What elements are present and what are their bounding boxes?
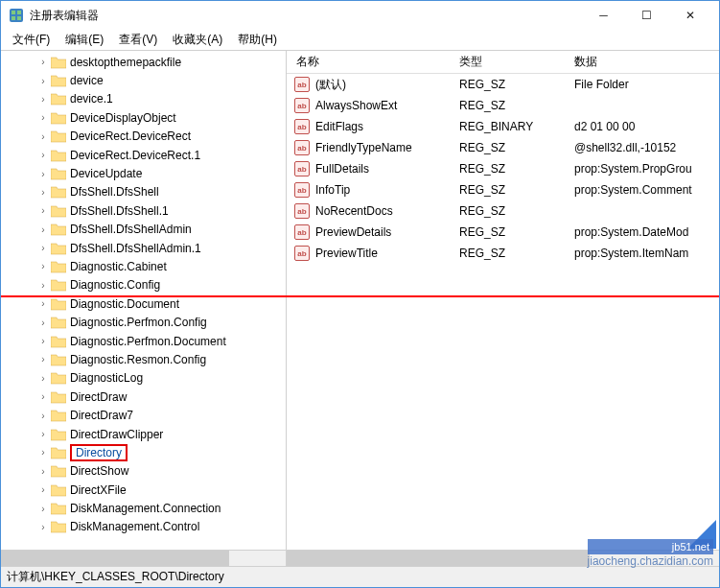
tree-item[interactable]: ›Diagnostic.Resmon.Config — [1, 350, 286, 368]
list-item[interactable]: abAlwaysShowExtREG_SZ — [287, 95, 719, 116]
expand-icon[interactable]: › — [37, 466, 49, 477]
tree-item-label: DirectDraw — [70, 390, 127, 404]
header-data[interactable]: 数据 — [565, 54, 719, 70]
expand-icon[interactable]: › — [37, 391, 49, 402]
svg-rect-1 — [12, 11, 15, 14]
folder-icon — [51, 74, 66, 87]
list-item[interactable]: abInfoTipREG_SZprop:System.Comment — [287, 179, 719, 200]
tree-item[interactable]: ›DirectShow — [1, 462, 286, 481]
string-value-icon: ab — [294, 140, 310, 155]
list-item[interactable]: abFriendlyTypeNameREG_SZ@shell32.dll,-10… — [287, 137, 719, 158]
folder-icon — [51, 520, 66, 533]
tree-item[interactable]: ›DirectDraw — [1, 388, 286, 406]
close-button[interactable]: ✕ — [668, 1, 711, 30]
expand-icon[interactable]: › — [37, 504, 49, 514]
tree-item[interactable]: ›Diagnostic.Config — [1, 276, 286, 294]
list-item[interactable]: abFullDetailsREG_SZprop:System.PropGrou — [287, 158, 719, 179]
expand-icon[interactable]: › — [37, 318, 49, 328]
tree-item[interactable]: ›DeviceRect.DeviceRect.1 — [1, 146, 286, 164]
folder-icon — [51, 56, 66, 69]
value-data: d2 01 00 00 — [565, 120, 719, 133]
expand-icon[interactable]: › — [37, 354, 49, 365]
tree-item[interactable]: ›Diagnostic.Perfmon.Document — [1, 332, 286, 350]
minimize-button[interactable]: ─ — [582, 1, 625, 30]
tree-item[interactable]: ›DirectDraw7 — [1, 406, 286, 424]
expand-icon[interactable]: › — [37, 336, 49, 346]
tree-item[interactable]: ›DiskManagement.Connection — [1, 499, 286, 517]
tree-item-label: DfsShell.DfsShell — [70, 185, 159, 199]
tree-item[interactable]: ›DeviceUpdate — [1, 164, 286, 182]
expand-icon[interactable]: › — [37, 57, 49, 67]
tree-item[interactable]: ›DeviceDisplayObject — [1, 108, 286, 127]
tree-item[interactable]: ›DfsShell.DfsShell — [1, 183, 286, 201]
tree-item-label: DirectShow — [70, 464, 128, 478]
value-name: InfoTip — [315, 183, 350, 197]
menu-edit[interactable]: 编辑(E) — [58, 30, 111, 50]
folder-icon — [51, 446, 66, 459]
expand-icon[interactable]: › — [37, 522, 49, 532]
expand-icon[interactable]: › — [37, 76, 49, 86]
tree-item[interactable]: ›DfsShell.DfsShellAdmin.1 — [1, 239, 286, 257]
list-item[interactable]: abNoRecentDocsREG_SZ — [287, 200, 719, 222]
tree-pane: ›desktopthemepackfile›device›device.1›De… — [1, 51, 287, 550]
menu-view[interactable]: 查看(V) — [111, 30, 165, 50]
string-value-icon: ab — [294, 246, 310, 261]
expand-icon[interactable]: › — [37, 447, 49, 458]
tree-item[interactable]: ›DfsShell.DfsShell.1 — [1, 201, 286, 220]
expand-icon[interactable]: › — [37, 112, 49, 123]
expand-icon[interactable]: › — [37, 243, 49, 253]
expand-icon[interactable]: › — [37, 131, 49, 142]
tree-item[interactable]: ›Diagnostic.Perfmon.Config — [1, 313, 286, 331]
expand-icon[interactable]: › — [37, 429, 49, 439]
value-name: FriendlyTypeName — [315, 141, 412, 154]
expand-icon[interactable]: › — [37, 280, 49, 291]
list-item[interactable]: abEditFlagsREG_BINARYd2 01 00 00 — [287, 116, 719, 137]
tree-item[interactable]: ›DirectDrawClipper — [1, 425, 286, 443]
menu-help[interactable]: 帮助(H) — [230, 30, 285, 50]
tree-item[interactable]: ›DiskManagement.Control — [1, 518, 286, 536]
expand-icon[interactable]: › — [37, 205, 49, 216]
tree-item[interactable]: ›DeviceRect.DeviceRect — [1, 128, 286, 146]
value-name: EditFlags — [315, 120, 363, 133]
string-value-icon: ab — [294, 98, 310, 113]
tree-item[interactable]: ›device — [1, 71, 286, 89]
titlebar: 注册表编辑器 ─ ☐ ✕ — [1, 1, 719, 30]
list-item[interactable]: abPreviewDetailsREG_SZprop:System.DateMo… — [287, 222, 719, 243]
expand-icon[interactable]: › — [37, 187, 49, 198]
tree-item[interactable]: ›device.1 — [1, 90, 286, 108]
tree-item[interactable]: ›Diagnostic.Cabinet — [1, 257, 286, 275]
folder-icon — [51, 278, 66, 292]
folder-icon — [51, 297, 66, 311]
menu-favorites[interactable]: 收藏夹(A) — [165, 30, 230, 50]
header-type[interactable]: 类型 — [450, 54, 565, 70]
expand-icon[interactable]: › — [37, 94, 49, 105]
expand-icon[interactable]: › — [37, 224, 49, 235]
folder-icon — [51, 464, 66, 478]
tree-hscroll[interactable] — [1, 550, 287, 566]
tree-item[interactable]: ›Directory — [1, 443, 286, 461]
maximize-button[interactable]: ☐ — [625, 1, 668, 30]
tree-item-label: DeviceDisplayObject — [70, 111, 176, 125]
expand-icon[interactable]: › — [37, 150, 49, 160]
value-data: File Folder — [565, 78, 719, 91]
expand-icon[interactable]: › — [37, 298, 49, 309]
tree-item[interactable]: ›DiagnosticLog — [1, 369, 286, 388]
expand-icon[interactable]: › — [37, 484, 49, 495]
header-name[interactable]: 名称 — [287, 54, 450, 70]
value-type: REG_SZ — [450, 204, 565, 218]
expand-icon[interactable]: › — [37, 169, 49, 179]
tree-item[interactable]: ›DfsShell.DfsShellAdmin — [1, 221, 286, 239]
folder-icon — [51, 242, 66, 255]
expand-icon[interactable]: › — [37, 261, 49, 271]
tree-item-label: Diagnostic.Document — [70, 297, 179, 311]
tree-item[interactable]: ›DirectXFile — [1, 481, 286, 499]
value-list[interactable]: ab(默认)REG_SZFile FolderabAlwaysShowExtRE… — [287, 74, 719, 264]
list-item[interactable]: ab(默认)REG_SZFile Folder — [287, 74, 719, 95]
watermark: jb51.net jiaocheng.chazidian.com — [588, 539, 713, 570]
expand-icon[interactable]: › — [37, 411, 49, 421]
menu-file[interactable]: 文件(F) — [5, 30, 58, 50]
tree-item[interactable]: ›desktopthemepackfile — [1, 53, 286, 71]
value-data: prop:System.DateMod — [565, 225, 719, 239]
list-item[interactable]: abPreviewTitleREG_SZprop:System.ItemNam — [287, 243, 719, 264]
expand-icon[interactable]: › — [37, 373, 49, 384]
